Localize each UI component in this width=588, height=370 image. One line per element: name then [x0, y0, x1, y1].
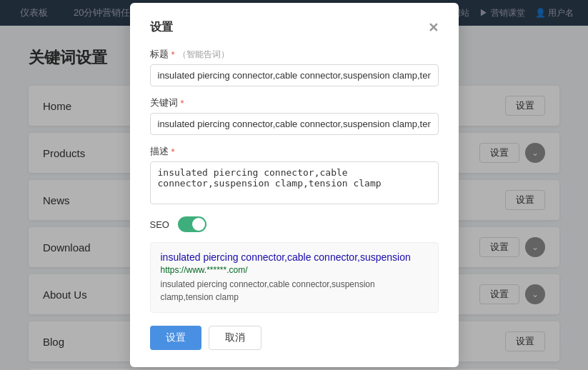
- form-group-desc: 描述 * insulated piercing connector,cable …: [150, 145, 439, 206]
- seo-row: SEO: [150, 216, 439, 232]
- keyword-required-mark: *: [181, 98, 184, 109]
- modal-header: 设置 ✕: [150, 20, 439, 35]
- close-icon[interactable]: ✕: [428, 21, 439, 34]
- keyword-input[interactable]: [150, 113, 439, 135]
- seo-toggle[interactable]: [178, 216, 206, 232]
- desc-required-mark: *: [171, 146, 175, 157]
- cancel-button[interactable]: 取消: [209, 326, 261, 350]
- settings-modal: 设置 ✕ 标题 * （智能告词） 关键词 * 描述 *: [130, 3, 459, 367]
- preview-url: https://www.******.com/: [161, 265, 428, 275]
- modal-title: 设置: [150, 20, 173, 35]
- modal-overlay[interactable]: 设置 ✕ 标题 * （智能告词） 关键词 * 描述 *: [0, 0, 588, 370]
- title-input[interactable]: [150, 64, 439, 86]
- desc-label: 描述 *: [150, 145, 439, 158]
- form-group-keyword: 关键词 *: [150, 96, 439, 135]
- modal-footer: 设置 取消: [150, 326, 439, 350]
- preview-desc: insulated piercing connector,cable conne…: [161, 278, 428, 304]
- title-label: 标题 * （智能告词）: [150, 48, 439, 61]
- seo-label: SEO: [150, 219, 169, 230]
- desc-textarea[interactable]: insulated piercing connector,cable conne…: [150, 161, 439, 204]
- preview-title: insulated piercing connector,cable conne…: [161, 251, 428, 263]
- title-required-mark: *: [171, 49, 175, 60]
- title-hint: （智能告词）: [178, 49, 229, 61]
- keyword-label: 关键词 *: [150, 96, 439, 109]
- form-group-title: 标题 * （智能告词）: [150, 48, 439, 86]
- confirm-button[interactable]: 设置: [150, 326, 201, 350]
- seo-preview: insulated piercing connector,cable conne…: [150, 242, 439, 313]
